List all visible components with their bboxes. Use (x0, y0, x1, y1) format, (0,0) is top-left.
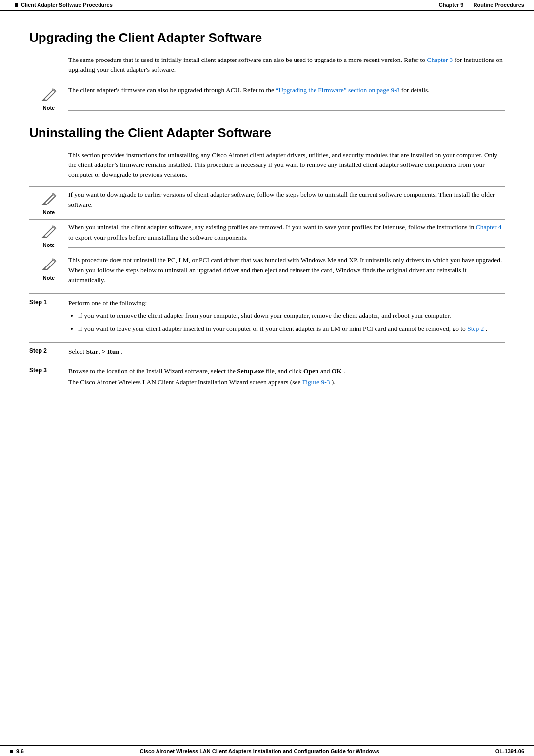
step3-text3: and (320, 368, 330, 375)
step1-container: Step 1 Perform one of the following: If … (29, 293, 505, 337)
uninstalling-note2-text: When you uninstall the client adapter so… (68, 223, 505, 248)
step1-list: If you want to remove the client adapter… (78, 310, 505, 334)
uninstalling-note1-text: If you want to downgrade to earlier vers… (68, 190, 505, 215)
main-content: Upgrading the Client Adapter Software Th… (0, 11, 534, 431)
step1-bullet1: If you want to remove the client adapter… (78, 310, 505, 321)
note-label-2: Note (43, 209, 55, 215)
footer-left: 9-6 (10, 748, 24, 754)
step2-text2: . (121, 348, 122, 355)
note-label-4: Note (43, 275, 55, 281)
step1-intro: Perform one of the following: (68, 299, 147, 306)
header-chapter: Chapter 9 (439, 2, 464, 8)
note-label-1: Note (43, 105, 55, 111)
note-label-3: Note (43, 242, 55, 248)
step3-sub: The Cisco Aironet Wireless LAN Client Ad… (68, 378, 300, 386)
upgrading-note-text2: for details. (401, 86, 430, 94)
step1-text: Perform one of the following: If you wan… (68, 298, 505, 337)
footer-center: Cisco Aironet Wireless LAN Client Adapte… (140, 748, 379, 754)
step2-container: Step 2 Select Start > Run . (29, 342, 505, 357)
step3-bold3: OK (332, 368, 342, 375)
step3-container: Step 3 Browse to the location of the Ins… (29, 362, 505, 387)
step3-bold2: Open (303, 368, 319, 375)
footer-bullet-icon (10, 750, 13, 753)
step1-bullet2: If you want to leave your client adapter… (78, 324, 505, 334)
header-bullet-icon (15, 3, 18, 7)
footer-page-number: 9-6 (16, 748, 24, 754)
upgrading-note: Note The client adapter's firmware can a… (29, 82, 505, 111)
upgrading-note-text: The client adapter's firmware can also b… (68, 85, 505, 111)
step3-sub-end: ). (332, 378, 336, 386)
step3-text: Browse to the location of the Install Wi… (68, 366, 505, 387)
uninstalling-note2-text1: When you uninstall the client adapter so… (68, 224, 474, 231)
step2-bold: Start > Run (86, 348, 119, 355)
firmware-link[interactable]: “Upgrading the Firmware” section on page… (276, 86, 399, 94)
step3-label: Step 3 (29, 366, 68, 387)
uninstalling-note2: Note When you uninstall the client adapt… (29, 219, 505, 248)
step2-text: Select Start > Run . (68, 347, 505, 357)
header-bar: Client Adapter Software Procedures Chapt… (0, 0, 534, 11)
footer-doc-number: OL-1394-06 (495, 748, 524, 754)
step3-text4: . (343, 368, 345, 375)
uninstalling-body: This section provides instructions for u… (68, 150, 505, 180)
note-pencil-icon-4 (40, 256, 58, 274)
chapter4-link[interactable]: Chapter 4 (476, 224, 502, 231)
note-icon-col-4: Note (29, 255, 68, 289)
figure93-link[interactable]: Figure 9-3 (302, 378, 330, 386)
chapter3-link[interactable]: Chapter 3 (427, 56, 453, 63)
upgrading-note-text1: The client adapter's firmware can also b… (68, 86, 274, 94)
step1-bullet2-text2: . (486, 325, 487, 332)
step3-bold1: Setup.exe (237, 368, 264, 375)
uninstalling-title: Uninstalling the Client Adapter Software (29, 125, 505, 141)
upgrading-body-text: The same procedure that is used to initi… (68, 56, 425, 63)
step1-bullet2-text1: If you want to leave your client adapter… (78, 325, 466, 332)
upgrading-title: Upgrading the Client Adapter Software (29, 30, 505, 45)
step2-link[interactable]: Step 2 (467, 325, 484, 332)
note-pencil-icon-3 (40, 224, 58, 241)
step2-label: Step 2 (29, 347, 68, 357)
step3-text1: Browse to the location of the Install Wi… (68, 368, 236, 375)
footer-bar: 9-6 Cisco Aironet Wireless LAN Client Ad… (0, 745, 534, 756)
note-icon-col-3: Note (29, 223, 68, 248)
header-left: Client Adapter Software Procedures (15, 2, 113, 8)
note-icon-col-2: Note (29, 190, 68, 215)
note-pencil-icon (40, 86, 58, 104)
uninstalling-note3: Note This procedure does not uninstall t… (29, 252, 505, 289)
header-section-label: Client Adapter Software Procedures (21, 2, 113, 8)
header-right: Chapter 9 Routine Procedures (439, 2, 524, 8)
note-icon-col: Note (29, 85, 68, 111)
step3-text2: file, and click (266, 368, 302, 375)
uninstalling-note1: Note If you want to downgrade to earlier… (29, 186, 505, 215)
header-section-right: Routine Procedures (473, 2, 524, 8)
step2-text1: Select (68, 348, 84, 355)
uninstalling-note2-text2: to export your profiles before uninstall… (68, 234, 248, 241)
note-pencil-icon-2 (40, 191, 58, 208)
step1-label: Step 1 (29, 298, 68, 337)
upgrading-body: The same procedure that is used to initi… (68, 55, 505, 75)
uninstalling-note3-text: This procedure does not uninstall the PC… (68, 255, 505, 289)
